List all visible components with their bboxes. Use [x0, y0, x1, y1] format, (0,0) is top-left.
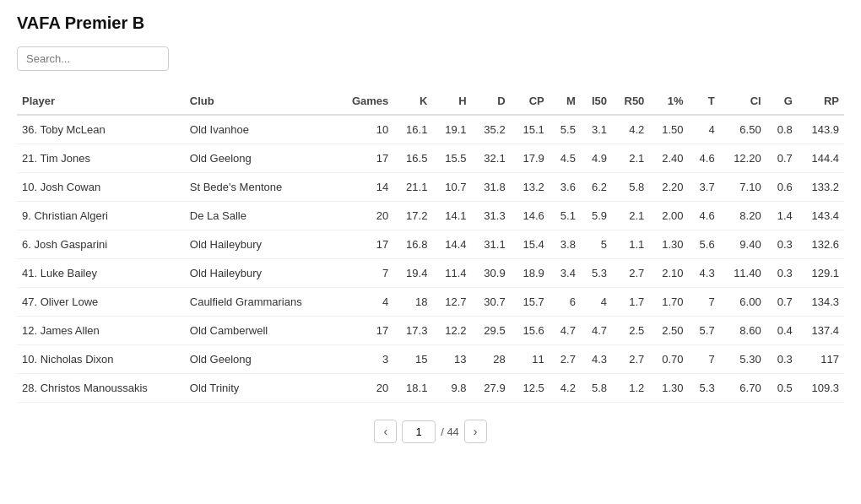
cell-games: 17 — [336, 317, 393, 345]
cell-player: 10. Josh Cowan — [17, 173, 185, 202]
cell-player: 21. Tim Jones — [17, 144, 185, 173]
cell-rp: 132.6 — [798, 230, 844, 259]
cell-rp: 137.4 — [798, 317, 844, 345]
cell-games: 3 — [336, 345, 393, 374]
cell-i50: 5.3 — [581, 259, 612, 288]
cell-r50: 2.5 — [612, 317, 649, 345]
cell-player: 47. Oliver Lowe — [17, 288, 185, 317]
cell-rp: 129.1 — [798, 259, 844, 288]
table-row: 47. Oliver LoweCaulfield Grammarians4181… — [17, 288, 844, 317]
cell-club: Old Haileybury — [185, 259, 336, 288]
table-row: 36. Toby McLeanOld Ivanhoe1016.119.135.2… — [17, 115, 844, 144]
cell-t: 5.6 — [688, 230, 719, 259]
cell-club: Old Geelong — [185, 345, 336, 374]
cell-t: 4.6 — [688, 144, 719, 173]
cell-cp: 15.7 — [511, 288, 550, 317]
cell-i50: 5.8 — [581, 374, 612, 403]
table-row: 12. James AllenOld Camberwell1717.312.22… — [17, 317, 844, 345]
cell-d: 32.1 — [472, 144, 511, 173]
table-row: 41. Luke BaileyOld Haileybury719.411.430… — [17, 259, 844, 288]
table-row: 9. Christian AlgeriDe La Salle2017.214.1… — [17, 202, 844, 230]
cell-t: 3.7 — [688, 173, 719, 202]
cell-rp: 143.9 — [798, 115, 844, 144]
cell-t: 4.3 — [688, 259, 719, 288]
cell-h: 15.5 — [432, 144, 471, 173]
cell-k: 21.1 — [393, 173, 432, 202]
cell-i50: 4 — [581, 288, 612, 317]
prev-page-button[interactable]: ‹ — [374, 420, 397, 443]
cell-r50: 2.1 — [612, 202, 649, 230]
cell-g: 0.7 — [766, 144, 798, 173]
cell-cl: 11.40 — [720, 259, 766, 288]
page-number-input[interactable] — [402, 420, 436, 443]
cell-g: 0.4 — [766, 317, 798, 345]
cell-h: 9.8 — [432, 374, 471, 403]
table-row: 28. Christos ManoussakisOld Trinity2018.… — [17, 374, 844, 403]
cell-pct1: 2.50 — [649, 317, 688, 345]
col-header-club: Club — [185, 88, 336, 115]
cell-cp: 18.9 — [511, 259, 550, 288]
cell-cl: 6.00 — [720, 288, 766, 317]
cell-d: 31.1 — [472, 230, 511, 259]
cell-player: 41. Luke Bailey — [17, 259, 185, 288]
search-input[interactable] — [17, 46, 169, 71]
cell-cp: 15.1 — [511, 115, 550, 144]
cell-player: 28. Christos Manoussakis — [17, 374, 185, 403]
cell-club: Old Trinity — [185, 374, 336, 403]
cell-player: 10. Nicholas Dixon — [17, 345, 185, 374]
cell-cl: 5.30 — [720, 345, 766, 374]
cell-t: 5.7 — [688, 317, 719, 345]
page-total: / 44 — [441, 425, 459, 438]
cell-cl: 9.40 — [720, 230, 766, 259]
cell-club: Old Geelong — [185, 144, 336, 173]
cell-d: 28 — [472, 345, 511, 374]
cell-m: 6 — [550, 288, 581, 317]
cell-cp: 15.6 — [511, 317, 550, 345]
col-header-g: G — [766, 88, 798, 115]
cell-pct1: 2.40 — [649, 144, 688, 173]
cell-games: 7 — [336, 259, 393, 288]
cell-cl: 8.20 — [720, 202, 766, 230]
next-page-button[interactable]: › — [464, 420, 487, 443]
cell-t: 4.6 — [688, 202, 719, 230]
cell-m: 5.1 — [550, 202, 581, 230]
table-row: 21. Tim JonesOld Geelong1716.515.532.117… — [17, 144, 844, 173]
cell-t: 5.3 — [688, 374, 719, 403]
cell-i50: 5 — [581, 230, 612, 259]
cell-pct1: 1.70 — [649, 288, 688, 317]
cell-player: 12. James Allen — [17, 317, 185, 345]
cell-pct1: 1.30 — [649, 374, 688, 403]
cell-g: 0.3 — [766, 230, 798, 259]
col-header-pct1: 1% — [649, 88, 688, 115]
cell-cp: 15.4 — [511, 230, 550, 259]
cell-club: St Bede's Mentone — [185, 173, 336, 202]
cell-club: Old Haileybury — [185, 230, 336, 259]
col-header-h: H — [432, 88, 471, 115]
cell-k: 15 — [393, 345, 432, 374]
cell-rp: 133.2 — [798, 173, 844, 202]
cell-h: 13 — [432, 345, 471, 374]
cell-games: 20 — [336, 202, 393, 230]
cell-g: 0.3 — [766, 259, 798, 288]
cell-k: 18.1 — [393, 374, 432, 403]
table-row: 6. Josh GaspariniOld Haileybury1716.814.… — [17, 230, 844, 259]
cell-cp: 11 — [511, 345, 550, 374]
cell-cp: 17.9 — [511, 144, 550, 173]
table-header: PlayerClubGamesKHDCPMI50R501%TClGRP — [17, 88, 844, 115]
cell-club: De La Salle — [185, 202, 336, 230]
cell-r50: 4.2 — [612, 115, 649, 144]
cell-g: 0.7 — [766, 288, 798, 317]
cell-t: 7 — [688, 288, 719, 317]
page-title: VAFA Premier B — [17, 14, 844, 33]
cell-k: 18 — [393, 288, 432, 317]
col-header-games: Games — [336, 88, 393, 115]
table-row: 10. Josh CowanSt Bede's Mentone1421.110.… — [17, 173, 844, 202]
cell-rp: 144.4 — [798, 144, 844, 173]
cell-t: 4 — [688, 115, 719, 144]
cell-games: 20 — [336, 374, 393, 403]
cell-m: 5.5 — [550, 115, 581, 144]
cell-g: 1.4 — [766, 202, 798, 230]
cell-k: 17.3 — [393, 317, 432, 345]
cell-m: 4.5 — [550, 144, 581, 173]
cell-m: 3.6 — [550, 173, 581, 202]
